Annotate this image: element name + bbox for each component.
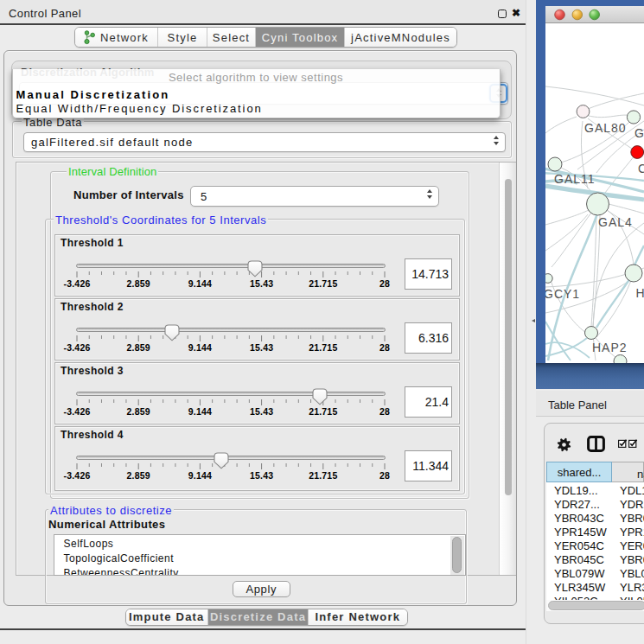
svg-text:GCY1: GCY1 <box>545 287 580 301</box>
svg-text:GAL4: GAL4 <box>598 215 633 229</box>
svg-text:GAL11: GAL11 <box>554 172 596 186</box>
svg-text:C: C <box>638 162 644 175</box>
svg-text:GAL80: GAL80 <box>584 121 627 135</box>
svg-text:H: H <box>636 286 644 300</box>
svg-text:HAP2: HAP2 <box>592 341 628 354</box>
svg-text:G.: G. <box>634 126 644 140</box>
